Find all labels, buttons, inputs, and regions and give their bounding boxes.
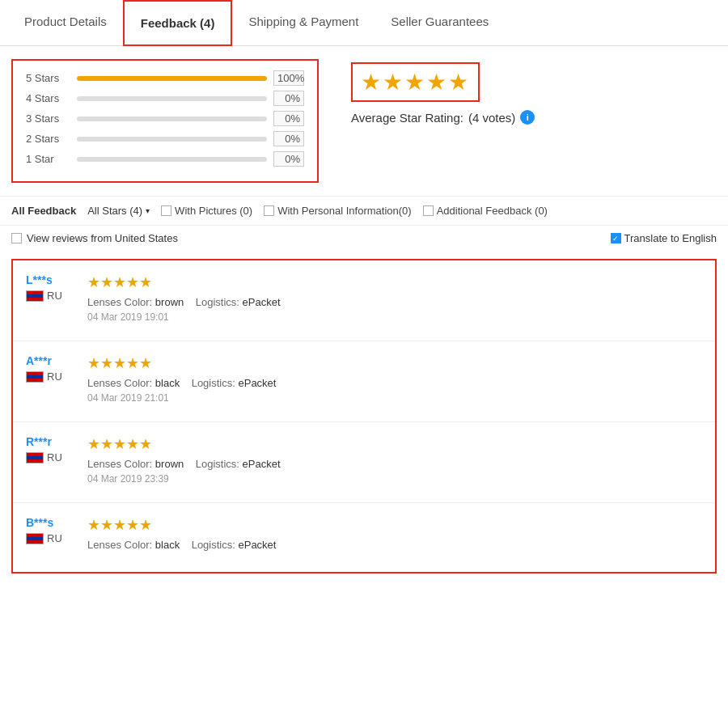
review-star-1-1: ★	[87, 273, 100, 291]
bar-pct-4: 0%	[273, 131, 304, 146]
flag-icon-2	[26, 371, 44, 383]
avg-rating-label: Average Star Rating: (4 votes) i	[351, 110, 535, 125]
bar-track-5	[77, 157, 267, 162]
review-star-3-1: ★	[87, 435, 100, 453]
review-right-2: ★★★★★ Lenses Color: black Logistics: ePa…	[87, 354, 702, 404]
review-star-2-5: ★	[139, 354, 152, 372]
review-stars-4: ★★★★★	[87, 516, 702, 534]
translate-check[interactable]: ✓ Translate to English	[611, 232, 717, 244]
lenses-color-val-1: brown	[155, 296, 184, 308]
country-label-1: RU	[47, 290, 62, 302]
review-star-3-4: ★	[126, 435, 139, 453]
all-stars-dropdown[interactable]: All Stars (4) ▾	[87, 205, 150, 217]
avg-rating-box: ★★★★★ Average Star Rating: (4 votes) i	[351, 59, 535, 183]
review-star-1-4: ★	[126, 273, 139, 291]
country-label-3: RU	[47, 451, 62, 463]
reviewer-name-2: A***r	[26, 354, 74, 367]
reviewer-info-3: R***r RU	[26, 435, 74, 485]
review-star-1-3: ★	[113, 273, 126, 291]
lenses-color-val-3: brown	[155, 458, 184, 470]
translate-checkbox[interactable]: ✓	[611, 233, 621, 243]
view-left: View reviews from United States	[11, 232, 178, 244]
with-pictures-checkbox[interactable]	[161, 205, 171, 216]
rating-section: 5 Stars 100% 4 Stars 0% 3 Stars 0% 2 Sta…	[0, 59, 728, 196]
big-stars-display: ★★★★★	[351, 62, 480, 102]
additional-checkbox[interactable]	[423, 205, 434, 216]
review-star-3-2: ★	[100, 435, 113, 453]
country-label-4: RU	[47, 532, 62, 544]
star-label-2: 4 Stars	[26, 92, 70, 104]
star-label-4: 2 Stars	[26, 133, 70, 145]
review-star-3-5: ★	[139, 435, 152, 453]
tab-feedback[interactable]: Feedback (4)	[123, 0, 233, 46]
review-meta-1: Lenses Color: brown Logistics: ePacket	[87, 296, 702, 308]
with-personal-checkbox[interactable]	[264, 205, 274, 216]
reviewer-country-3: RU	[26, 451, 74, 463]
avg-label-text: Average Star Rating:	[351, 111, 463, 125]
tab-product-details[interactable]: Product Details	[8, 0, 123, 45]
logistics-key-3: Logistics:	[196, 458, 239, 470]
info-icon[interactable]: i	[520, 110, 535, 125]
review-header-2: A***r RU ★★★★★ Lenses Color: black Logis…	[26, 354, 702, 404]
lenses-color-key-1: Lenses Color:	[87, 296, 152, 308]
review-item-3: R***r RU ★★★★★ Lenses Color: brown Logis…	[13, 422, 715, 503]
big-star-4: ★	[426, 69, 447, 95]
additional-filter[interactable]: Additional Feedback (0)	[423, 205, 548, 217]
tab-seller[interactable]: Seller Guarantees	[375, 0, 505, 45]
additional-label: Additional Feedback (0)	[437, 205, 548, 217]
review-star-4-3: ★	[113, 516, 126, 534]
chevron-down-icon: ▾	[146, 206, 150, 215]
reviewer-info-4: B***s RU	[26, 516, 74, 554]
country-label-2: RU	[47, 370, 62, 383]
review-date-1: 04 Mar 2019 19:01	[87, 311, 702, 323]
star-row-5: 1 Star 0%	[26, 151, 304, 167]
view-reviews-checkbox[interactable]	[11, 233, 22, 243]
logistics-key-2: Logistics:	[192, 377, 235, 389]
with-pictures-label: With Pictures (0)	[175, 205, 252, 217]
big-star-5: ★	[448, 69, 468, 95]
star-label-1: 5 Stars	[26, 72, 70, 84]
review-right-3: ★★★★★ Lenses Color: brown Logistics: ePa…	[87, 435, 702, 485]
review-meta-3: Lenses Color: brown Logistics: ePacket	[87, 458, 702, 470]
with-personal-label: With Personal Information(0)	[277, 205, 411, 217]
tab-bar: Product DetailsFeedback (4)Shipping & Pa…	[0, 0, 728, 46]
filter-bar: All Feedback All Stars (4) ▾ With Pictur…	[0, 196, 728, 226]
with-pictures-filter[interactable]: With Pictures (0)	[161, 205, 252, 217]
bar-fill-1	[77, 76, 267, 81]
review-meta-4: Lenses Color: black Logistics: ePacket	[87, 539, 702, 551]
bar-pct-2: 0%	[273, 91, 304, 106]
review-star-1-5: ★	[139, 273, 152, 291]
flag-icon-3	[26, 452, 44, 463]
review-item-2: A***r RU ★★★★★ Lenses Color: black Logis…	[13, 341, 715, 422]
logistics-val-4: ePacket	[238, 539, 276, 551]
big-star-3: ★	[404, 69, 425, 95]
avg-votes-text: (4 votes)	[468, 111, 515, 125]
lenses-color-key-4: Lenses Color:	[87, 539, 152, 551]
star-bars-box: 5 Stars 100% 4 Stars 0% 3 Stars 0% 2 Sta…	[11, 59, 319, 183]
review-stars-2: ★★★★★	[87, 354, 702, 372]
review-header-1: L***s RU ★★★★★ Lenses Color: brown Logis…	[26, 273, 702, 323]
reviewer-country-2: RU	[26, 370, 74, 383]
review-star-2-2: ★	[100, 354, 113, 372]
review-stars-1: ★★★★★	[87, 273, 702, 291]
review-item-1: L***s RU ★★★★★ Lenses Color: brown Logis…	[13, 260, 715, 341]
review-date-3: 04 Mar 2019 23:39	[87, 473, 702, 485]
bar-pct-5: 0%	[273, 151, 304, 167]
bar-pct-1: 100%	[273, 70, 304, 86]
review-star-3-3: ★	[113, 435, 126, 453]
with-personal-filter[interactable]: With Personal Information(0)	[264, 205, 411, 217]
logistics-val-3: ePacket	[243, 458, 281, 470]
bar-track-3	[77, 116, 267, 121]
big-star-1: ★	[361, 69, 381, 95]
bar-track-1	[77, 76, 267, 81]
lenses-color-val-2: black	[155, 377, 180, 389]
review-star-4-1: ★	[87, 516, 100, 534]
star-label-5: 1 Star	[26, 153, 70, 165]
lenses-color-key-2: Lenses Color:	[87, 377, 152, 389]
reviewer-info-2: A***r RU	[26, 354, 74, 404]
all-stars-label: All Stars (4)	[87, 205, 142, 217]
tab-shipping[interactable]: Shipping & Payment	[232, 0, 375, 45]
review-star-1-2: ★	[100, 273, 113, 291]
review-star-2-1: ★	[87, 354, 100, 372]
logistics-key-4: Logistics:	[192, 539, 235, 551]
